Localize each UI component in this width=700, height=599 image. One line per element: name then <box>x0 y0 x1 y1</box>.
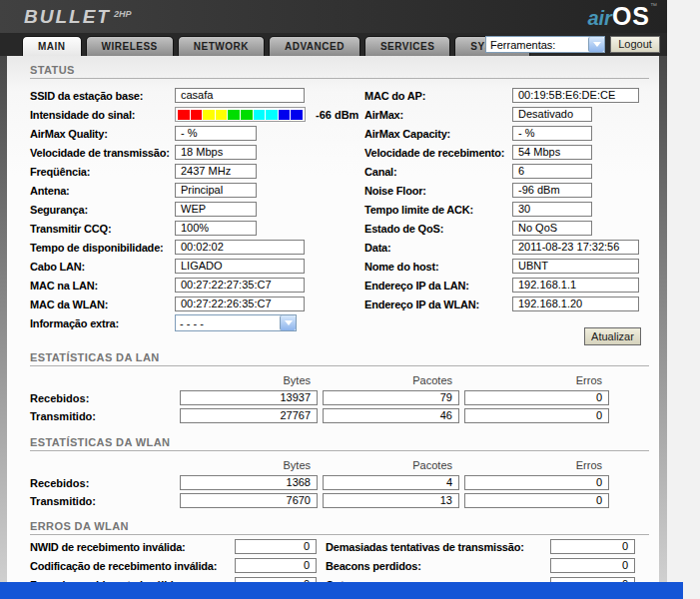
rx-invalid-nwid-field: 0 <box>235 539 317 554</box>
right-window-edge <box>659 56 667 599</box>
trademark-symbol: ™ <box>650 2 657 9</box>
field-label: Noise Floor: <box>364 185 512 197</box>
frequency-field: 2437 MHz <box>175 164 257 179</box>
tab-wireless[interactable]: WIRELESS <box>86 36 174 56</box>
bottom-blue-bar <box>0 582 683 599</box>
column-header-errors: Erros <box>464 459 609 471</box>
field-label: MAC na LAN: <box>30 280 175 292</box>
status-row-airmax-capacity: AirMax Capacity: - % <box>364 124 639 143</box>
field-label: Antena: <box>30 185 175 197</box>
status-row-airmax: AirMax: Desativado <box>364 105 639 124</box>
nav-tabs: MAIN WIRELESS NETWORK ADVANCED SERVICES … <box>22 36 530 56</box>
extra-info-dropdown-value: - - - - <box>176 317 280 329</box>
signal-cell <box>279 110 291 120</box>
signal-strength-bar <box>175 107 306 122</box>
refresh-button[interactable]: Atualizar <box>584 327 641 345</box>
wlan-stats-title: ESTATÍSTICAS DA WLAN <box>30 436 649 448</box>
lan-tx-packets-field: 46 <box>323 408 459 423</box>
signal-dbm-value: -66 dBm <box>316 109 358 121</box>
logout-button[interactable]: Logout <box>610 36 660 53</box>
tab-services[interactable]: SERVICES <box>364 36 450 56</box>
status-row-security: Segurança: WEP <box>30 200 358 219</box>
lan-stats-header-row: Bytes Pacotes Erros <box>30 374 649 386</box>
row-label: NWID de recebimento inválida: <box>30 541 235 553</box>
hostname-field: UBNT <box>512 259 639 274</box>
wlan-rx-packets-field: 4 <box>323 475 459 490</box>
tab-network[interactable]: NETWORK <box>178 36 265 56</box>
ccq-field: 100% <box>175 221 257 236</box>
left-window-edge <box>0 56 7 599</box>
airos-window: BULLET2HP airOS™ MAIN WIRELESS NETWORK A… <box>0 0 667 599</box>
missed-beacons-field: 0 <box>550 558 635 573</box>
lan-mac-field: 00:27:22:27:35:C7 <box>175 278 305 293</box>
extra-info-dropdown[interactable]: - - - - <box>175 314 297 331</box>
rx-invalid-crypt-field: 0 <box>235 558 317 573</box>
tools-dropdown[interactable]: Ferramentas: <box>485 36 605 53</box>
qos-field: No QoS <box>512 221 592 236</box>
signal-cell <box>254 110 266 120</box>
lan-stats-title: ESTATÍSTICAS DA LAN <box>30 351 649 363</box>
airos-logo-air: air <box>587 7 611 29</box>
status-row-wlan-ip: Endereço IP da WLAN: 192.168.1.20 <box>364 295 639 313</box>
status-row-airmax-quality: AirMax Quality: - % <box>30 124 358 143</box>
wlan-stats-row-received: Recebidos: 1368 4 0 <box>30 475 649 490</box>
status-section: STATUS SSID da estação base: casafa Inte… <box>30 64 649 79</box>
field-label: Velocidade de recebimento: <box>364 147 512 159</box>
signal-cell <box>203 110 215 120</box>
column-header-bytes: Bytes <box>180 374 318 386</box>
ssid-field: casafa <box>175 88 305 103</box>
signal-cell <box>291 110 303 120</box>
device-model-text: 2HP <box>114 9 132 19</box>
wlan-stats-section: ESTATÍSTICAS DA WLAN Bytes Pacotes Erros… <box>30 436 649 511</box>
device-logo: BULLET2HP <box>24 6 131 28</box>
wlan-mac-field: 00:27:22:26:35:C7 <box>175 297 305 311</box>
field-label: Freqüência: <box>30 166 175 178</box>
column-header-bytes: Bytes <box>180 459 318 471</box>
field-label: Segurança: <box>30 204 175 216</box>
row-label: Recebidos: <box>30 477 180 489</box>
field-label: Tempo de disponibilidade: <box>30 242 175 254</box>
airos-logo-os: OS <box>612 2 650 30</box>
section-divider <box>30 78 649 79</box>
field-label: Endereço IP da LAN: <box>364 280 512 292</box>
noise-floor-field: -96 dBm <box>512 183 592 198</box>
status-row-ssid: SSID da estação base: casafa <box>30 86 358 105</box>
uptime-field: 00:02:02 <box>175 240 305 255</box>
security-field: WEP <box>175 202 257 217</box>
ack-timeout-field: 30 <box>512 202 592 217</box>
column-header-errors: Erros <box>464 374 609 386</box>
status-row-antenna: Antena: Principal <box>30 181 358 200</box>
lan-stats-row-transmitted: Transmitido: 27767 46 0 <box>30 408 649 423</box>
status-row-frequency: Freqüência: 2437 MHz <box>30 162 358 181</box>
status-row-uptime: Tempo de disponibilidade: 00:02:02 <box>30 238 358 257</box>
wlan-stats-header-row: Bytes Pacotes Erros <box>30 459 649 471</box>
rx-rate-field: 54 Mbps <box>512 145 592 160</box>
status-row-ccq: Transmitir CCQ: 100% <box>30 219 358 238</box>
status-row-lan-ip: Endereço IP da LAN: 192.168.1.1 <box>364 276 639 295</box>
field-label: Cabo LAN: <box>30 261 175 273</box>
airmax-capacity-field: - % <box>512 126 592 141</box>
wlan-tx-errors-field: 0 <box>464 493 609 508</box>
field-label: AirMax Quality: <box>30 128 175 140</box>
status-row-date: Data: 2011-08-23 17:32:56 <box>364 238 639 257</box>
tab-advanced[interactable]: ADVANCED <box>269 36 360 56</box>
field-label: AirMax Capacity: <box>364 128 512 140</box>
tx-rate-field: 18 Mbps <box>175 145 257 160</box>
signal-cell <box>266 110 278 120</box>
field-label: Velocidade de transmissão: <box>30 147 175 159</box>
device-logo-text: BULLET <box>24 6 111 27</box>
tools-dropdown-value: Ferramentas: <box>486 39 588 51</box>
section-divider <box>30 450 649 451</box>
status-row-extra-info: Informação extra: - - - - <box>30 313 358 332</box>
field-label: MAC do AP: <box>364 90 512 102</box>
wlan-stats-row-transmitted: Transmitido: 7670 13 0 <box>30 493 649 508</box>
status-section-title: STATUS <box>30 64 649 76</box>
status-row-signal: Intensidade do sinal: <box>30 105 358 124</box>
field-label: Transmitir CCQ: <box>30 223 175 235</box>
lan-rx-packets-field: 79 <box>323 390 459 405</box>
status-row-noise-floor: Noise Floor: -96 dBm <box>364 181 639 200</box>
airmax-field: Desativado <box>512 107 592 122</box>
signal-cell <box>216 110 228 120</box>
date-field: 2011-08-23 17:32:56 <box>512 240 639 255</box>
tab-main[interactable]: MAIN <box>22 36 82 56</box>
